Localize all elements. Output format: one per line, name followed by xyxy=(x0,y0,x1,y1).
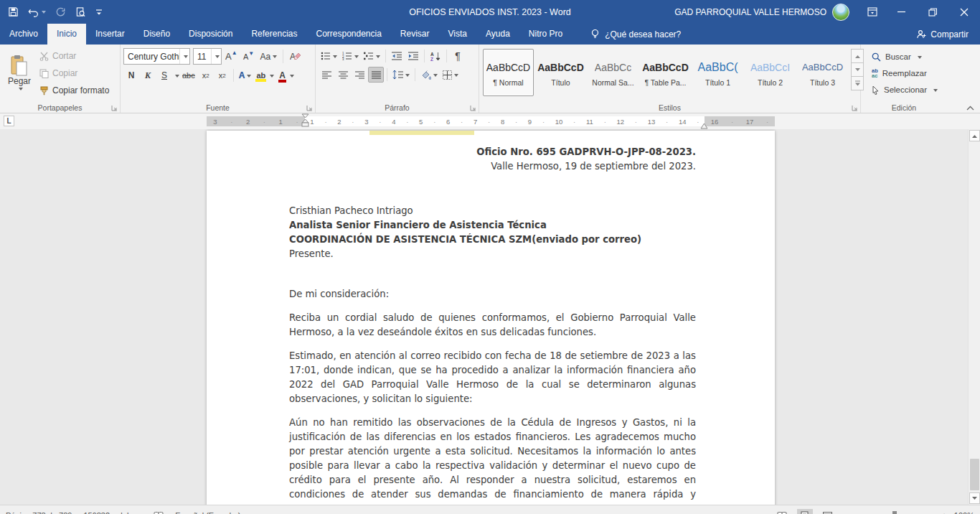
tab-correspondencia[interactable]: Correspondencia xyxy=(306,24,390,45)
chevron-down-icon xyxy=(184,55,188,60)
font-name-combo[interactable]: Century Gothic xyxy=(123,48,190,65)
style-card[interactable]: AaBbCcITítulo 2 xyxy=(745,49,796,96)
redo-icon[interactable] xyxy=(55,7,66,17)
shading-button[interactable] xyxy=(418,67,440,83)
align-right-button[interactable] xyxy=(352,67,367,83)
scrollbar-thumb[interactable] xyxy=(970,459,979,490)
ruler-tick: · xyxy=(352,118,354,126)
align-center-button[interactable] xyxy=(335,67,351,83)
copy-button[interactable]: Copiar xyxy=(36,65,113,81)
underline-button[interactable]: S xyxy=(156,67,172,83)
dialog-launcher-icon[interactable] xyxy=(306,105,313,111)
ruler-number: 2 xyxy=(246,118,250,126)
bullets-button[interactable] xyxy=(319,48,339,64)
bold-button[interactable]: N xyxy=(123,67,139,83)
replace-button[interactable]: abac Reemplazar xyxy=(868,66,941,80)
sort-button[interactable]: AZ xyxy=(428,48,443,64)
tab-selector[interactable]: L xyxy=(4,116,14,126)
italic-button[interactable]: K xyxy=(140,67,156,83)
proofing-icon[interactable] xyxy=(154,511,164,514)
find-button[interactable]: Buscar xyxy=(868,50,941,64)
tell-me-box[interactable]: ¿Qué desea hacer? xyxy=(590,24,681,45)
decrease-indent-button[interactable] xyxy=(389,48,405,64)
font-color-button[interactable]: A xyxy=(277,67,296,83)
highlight-button[interactable]: ab xyxy=(254,67,276,83)
tab-referencias[interactable]: Referencias xyxy=(242,24,306,45)
style-card[interactable]: AaBbCcNormal Sa... xyxy=(588,49,639,96)
format-painter-button[interactable]: Copiar formato xyxy=(36,83,113,98)
increase-indent-button[interactable] xyxy=(405,48,421,64)
ruler-number: 3 xyxy=(213,118,217,126)
clear-formatting-button[interactable]: A xyxy=(287,49,303,65)
dialog-launcher-icon[interactable] xyxy=(852,105,858,111)
subscript-button[interactable]: x2 xyxy=(198,67,214,83)
ribbon-display-options-icon[interactable] xyxy=(859,0,885,24)
page-indicator[interactable]: Página 778 de 789 xyxy=(6,511,72,514)
scroll-down-arrow[interactable] xyxy=(969,492,980,504)
qat-customize-icon[interactable] xyxy=(95,8,103,17)
minimize-button[interactable] xyxy=(885,0,917,24)
save-icon[interactable] xyxy=(8,6,19,17)
tab-archivo[interactable]: Archivo xyxy=(0,24,47,45)
strikethrough-button[interactable]: abc xyxy=(180,67,197,83)
justify-button[interactable] xyxy=(368,67,384,83)
print-layout-button[interactable] xyxy=(797,509,813,514)
web-layout-button[interactable] xyxy=(820,509,836,514)
numbering-button[interactable]: 123 xyxy=(340,48,361,64)
scroll-up-arrow[interactable] xyxy=(969,130,980,141)
style-card[interactable]: AaBbCcD¶ Table Pa... xyxy=(640,49,691,96)
indent-marker[interactable] xyxy=(301,113,309,129)
underline-dropdown-icon[interactable] xyxy=(175,75,179,80)
vertical-scrollbar[interactable] xyxy=(968,129,980,505)
account-avatar[interactable] xyxy=(832,4,849,21)
style-card[interactable]: AaBbCcD¶ Normal xyxy=(483,49,534,96)
shrink-font-button[interactable]: A▼ xyxy=(241,49,257,65)
word-count[interactable]: 156832 palabras xyxy=(83,511,142,514)
zoom-out-button[interactable]: − xyxy=(843,510,849,514)
doc-paragraph: Aún no han remitido las observaciones de… xyxy=(289,416,696,505)
status-bar: Página 778 de 789 156832 palabras Españo… xyxy=(0,505,980,514)
multilevel-list-button[interactable] xyxy=(362,48,382,64)
zoom-in-button[interactable]: + xyxy=(941,510,947,514)
zoom-slider-thumb[interactable] xyxy=(892,511,897,514)
paste-button[interactable]: Pegar xyxy=(3,47,36,98)
line-spacing-button[interactable] xyxy=(390,67,412,83)
dialog-launcher-icon[interactable] xyxy=(111,105,118,111)
dialog-launcher-icon[interactable] xyxy=(470,105,476,111)
tab-insertar[interactable]: Insertar xyxy=(86,24,134,45)
cut-button[interactable]: Cortar xyxy=(36,48,113,64)
tab-vista[interactable]: Vista xyxy=(439,24,476,45)
borders-button[interactable] xyxy=(440,67,461,83)
superscript-button[interactable]: x2 xyxy=(215,67,230,83)
undo-dropdown-icon[interactable] xyxy=(42,11,46,16)
show-marks-button[interactable]: ¶ xyxy=(450,48,466,64)
font-size-combo[interactable]: 11 xyxy=(193,48,222,65)
zoom-level[interactable]: 100% xyxy=(954,511,974,514)
right-indent-marker[interactable] xyxy=(700,123,708,129)
style-card[interactable]: AaBbCcDTítulo xyxy=(535,49,586,96)
tab-inicio[interactable]: Inicio xyxy=(47,24,86,45)
text-effects-button[interactable]: A xyxy=(237,67,254,83)
read-mode-button[interactable] xyxy=(774,509,790,514)
tab-nitro-pro[interactable]: Nitro Pro xyxy=(519,24,572,45)
style-card[interactable]: AaBbCcDTítulo 3 xyxy=(797,49,848,96)
account-info[interactable]: GAD PARROQUIAL VALLE HERMOSO xyxy=(674,4,849,21)
tab-disposición[interactable]: Disposición xyxy=(179,24,242,45)
align-left-button[interactable] xyxy=(319,67,334,83)
collapse-ribbon-icon[interactable] xyxy=(966,106,974,111)
tab-diseño[interactable]: Diseño xyxy=(134,24,179,45)
undo-icon[interactable] xyxy=(28,7,46,17)
close-button[interactable] xyxy=(948,0,980,24)
tab-revisar[interactable]: Revisar xyxy=(391,24,439,45)
ruler-tick: · xyxy=(433,118,435,126)
print-preview-icon[interactable] xyxy=(75,6,86,18)
style-card[interactable]: AaBbC(Título 1 xyxy=(692,49,743,96)
change-case-button[interactable]: Aa xyxy=(258,49,280,65)
tab-ayuda[interactable]: Ayuda xyxy=(476,24,519,45)
select-button[interactable]: Seleccionar xyxy=(868,83,941,97)
share-button[interactable]: Compartir xyxy=(905,24,980,45)
restore-button[interactable] xyxy=(917,0,948,24)
page[interactable]: Oficio Nro. 695 GADPRVH-O-JPP-08-2023.Va… xyxy=(207,131,775,505)
language-indicator[interactable]: Español (Ecuador) xyxy=(175,511,240,514)
grow-font-button[interactable]: A▲ xyxy=(223,49,240,65)
